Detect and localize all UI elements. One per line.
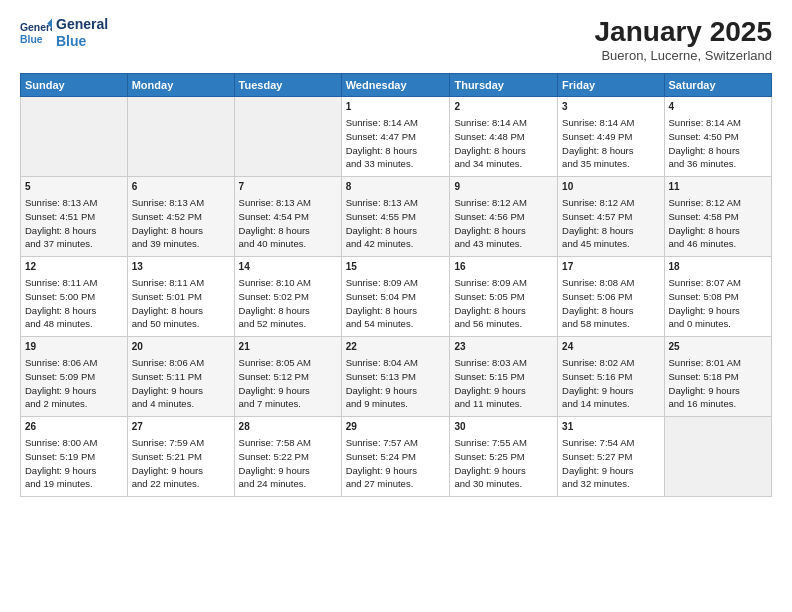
day-number: 5 bbox=[25, 180, 123, 194]
calendar-cell: 16Sunrise: 8:09 AMSunset: 5:05 PMDayligh… bbox=[450, 257, 558, 337]
calendar-week-row: 19Sunrise: 8:06 AMSunset: 5:09 PMDayligh… bbox=[21, 337, 772, 417]
day-info: Sunrise: 7:54 AMSunset: 5:27 PMDaylight:… bbox=[562, 436, 659, 491]
calendar-week-row: 5Sunrise: 8:13 AMSunset: 4:51 PMDaylight… bbox=[21, 177, 772, 257]
calendar-cell: 17Sunrise: 8:08 AMSunset: 5:06 PMDayligh… bbox=[558, 257, 664, 337]
day-info: Sunrise: 8:12 AMSunset: 4:56 PMDaylight:… bbox=[454, 196, 553, 251]
calendar-header-row: SundayMondayTuesdayWednesdayThursdayFrid… bbox=[21, 74, 772, 97]
day-number: 14 bbox=[239, 260, 337, 274]
day-number: 24 bbox=[562, 340, 659, 354]
day-info: Sunrise: 8:12 AMSunset: 4:58 PMDaylight:… bbox=[669, 196, 767, 251]
day-number: 30 bbox=[454, 420, 553, 434]
day-info: Sunrise: 8:07 AMSunset: 5:08 PMDaylight:… bbox=[669, 276, 767, 331]
day-number: 21 bbox=[239, 340, 337, 354]
day-number: 1 bbox=[346, 100, 446, 114]
day-info: Sunrise: 8:09 AMSunset: 5:05 PMDaylight:… bbox=[454, 276, 553, 331]
day-number: 23 bbox=[454, 340, 553, 354]
calendar-cell: 6Sunrise: 8:13 AMSunset: 4:52 PMDaylight… bbox=[127, 177, 234, 257]
calendar-cell: 13Sunrise: 8:11 AMSunset: 5:01 PMDayligh… bbox=[127, 257, 234, 337]
day-info: Sunrise: 8:14 AMSunset: 4:48 PMDaylight:… bbox=[454, 116, 553, 171]
day-number: 10 bbox=[562, 180, 659, 194]
day-number: 29 bbox=[346, 420, 446, 434]
calendar-cell: 26Sunrise: 8:00 AMSunset: 5:19 PMDayligh… bbox=[21, 417, 128, 497]
day-number: 22 bbox=[346, 340, 446, 354]
day-info: Sunrise: 8:05 AMSunset: 5:12 PMDaylight:… bbox=[239, 356, 337, 411]
day-info: Sunrise: 8:12 AMSunset: 4:57 PMDaylight:… bbox=[562, 196, 659, 251]
calendar-cell: 22Sunrise: 8:04 AMSunset: 5:13 PMDayligh… bbox=[341, 337, 450, 417]
svg-text:Blue: Blue bbox=[20, 33, 43, 44]
calendar-cell: 1Sunrise: 8:14 AMSunset: 4:47 PMDaylight… bbox=[341, 97, 450, 177]
weekday-header: Thursday bbox=[450, 74, 558, 97]
calendar: SundayMondayTuesdayWednesdayThursdayFrid… bbox=[20, 73, 772, 497]
svg-text:General: General bbox=[20, 22, 52, 33]
day-number: 2 bbox=[454, 100, 553, 114]
day-number: 13 bbox=[132, 260, 230, 274]
day-info: Sunrise: 8:06 AMSunset: 5:11 PMDaylight:… bbox=[132, 356, 230, 411]
day-info: Sunrise: 7:59 AMSunset: 5:21 PMDaylight:… bbox=[132, 436, 230, 491]
calendar-cell: 5Sunrise: 8:13 AMSunset: 4:51 PMDaylight… bbox=[21, 177, 128, 257]
day-number: 3 bbox=[562, 100, 659, 114]
day-number: 15 bbox=[346, 260, 446, 274]
day-info: Sunrise: 8:06 AMSunset: 5:09 PMDaylight:… bbox=[25, 356, 123, 411]
day-info: Sunrise: 8:03 AMSunset: 5:15 PMDaylight:… bbox=[454, 356, 553, 411]
calendar-week-row: 12Sunrise: 8:11 AMSunset: 5:00 PMDayligh… bbox=[21, 257, 772, 337]
calendar-cell: 12Sunrise: 8:11 AMSunset: 5:00 PMDayligh… bbox=[21, 257, 128, 337]
calendar-cell: 4Sunrise: 8:14 AMSunset: 4:50 PMDaylight… bbox=[664, 97, 771, 177]
calendar-cell: 14Sunrise: 8:10 AMSunset: 5:02 PMDayligh… bbox=[234, 257, 341, 337]
calendar-cell bbox=[127, 97, 234, 177]
day-info: Sunrise: 7:58 AMSunset: 5:22 PMDaylight:… bbox=[239, 436, 337, 491]
day-number: 4 bbox=[669, 100, 767, 114]
calendar-cell: 30Sunrise: 7:55 AMSunset: 5:25 PMDayligh… bbox=[450, 417, 558, 497]
day-info: Sunrise: 8:02 AMSunset: 5:16 PMDaylight:… bbox=[562, 356, 659, 411]
calendar-cell: 9Sunrise: 8:12 AMSunset: 4:56 PMDaylight… bbox=[450, 177, 558, 257]
day-info: Sunrise: 8:09 AMSunset: 5:04 PMDaylight:… bbox=[346, 276, 446, 331]
day-info: Sunrise: 8:01 AMSunset: 5:18 PMDaylight:… bbox=[669, 356, 767, 411]
calendar-cell: 25Sunrise: 8:01 AMSunset: 5:18 PMDayligh… bbox=[664, 337, 771, 417]
calendar-cell: 24Sunrise: 8:02 AMSunset: 5:16 PMDayligh… bbox=[558, 337, 664, 417]
month-title: January 2025 bbox=[595, 16, 772, 48]
day-number: 7 bbox=[239, 180, 337, 194]
day-number: 9 bbox=[454, 180, 553, 194]
weekday-header: Tuesday bbox=[234, 74, 341, 97]
logo: General Blue General Blue bbox=[20, 16, 108, 50]
calendar-cell: 10Sunrise: 8:12 AMSunset: 4:57 PMDayligh… bbox=[558, 177, 664, 257]
calendar-cell: 31Sunrise: 7:54 AMSunset: 5:27 PMDayligh… bbox=[558, 417, 664, 497]
page: General Blue General Blue January 2025 B… bbox=[0, 0, 792, 612]
calendar-cell: 27Sunrise: 7:59 AMSunset: 5:21 PMDayligh… bbox=[127, 417, 234, 497]
day-number: 6 bbox=[132, 180, 230, 194]
day-info: Sunrise: 8:13 AMSunset: 4:55 PMDaylight:… bbox=[346, 196, 446, 251]
day-number: 16 bbox=[454, 260, 553, 274]
logo-icon: General Blue bbox=[20, 17, 52, 49]
calendar-cell: 21Sunrise: 8:05 AMSunset: 5:12 PMDayligh… bbox=[234, 337, 341, 417]
day-info: Sunrise: 8:13 AMSunset: 4:52 PMDaylight:… bbox=[132, 196, 230, 251]
day-number: 17 bbox=[562, 260, 659, 274]
day-number: 27 bbox=[132, 420, 230, 434]
day-info: Sunrise: 8:14 AMSunset: 4:47 PMDaylight:… bbox=[346, 116, 446, 171]
day-number: 28 bbox=[239, 420, 337, 434]
day-number: 19 bbox=[25, 340, 123, 354]
day-info: Sunrise: 8:11 AMSunset: 5:01 PMDaylight:… bbox=[132, 276, 230, 331]
calendar-cell bbox=[664, 417, 771, 497]
weekday-header: Friday bbox=[558, 74, 664, 97]
calendar-week-row: 1Sunrise: 8:14 AMSunset: 4:47 PMDaylight… bbox=[21, 97, 772, 177]
day-info: Sunrise: 8:13 AMSunset: 4:54 PMDaylight:… bbox=[239, 196, 337, 251]
day-info: Sunrise: 7:55 AMSunset: 5:25 PMDaylight:… bbox=[454, 436, 553, 491]
logo-blue: Blue bbox=[56, 33, 108, 50]
day-number: 31 bbox=[562, 420, 659, 434]
day-number: 25 bbox=[669, 340, 767, 354]
day-info: Sunrise: 8:00 AMSunset: 5:19 PMDaylight:… bbox=[25, 436, 123, 491]
day-number: 18 bbox=[669, 260, 767, 274]
day-info: Sunrise: 8:08 AMSunset: 5:06 PMDaylight:… bbox=[562, 276, 659, 331]
title-block: January 2025 Bueron, Lucerne, Switzerlan… bbox=[595, 16, 772, 63]
calendar-week-row: 26Sunrise: 8:00 AMSunset: 5:19 PMDayligh… bbox=[21, 417, 772, 497]
day-info: Sunrise: 8:11 AMSunset: 5:00 PMDaylight:… bbox=[25, 276, 123, 331]
header: General Blue General Blue January 2025 B… bbox=[20, 16, 772, 63]
day-info: Sunrise: 8:13 AMSunset: 4:51 PMDaylight:… bbox=[25, 196, 123, 251]
location: Bueron, Lucerne, Switzerland bbox=[595, 48, 772, 63]
calendar-cell: 8Sunrise: 8:13 AMSunset: 4:55 PMDaylight… bbox=[341, 177, 450, 257]
calendar-cell: 2Sunrise: 8:14 AMSunset: 4:48 PMDaylight… bbox=[450, 97, 558, 177]
calendar-cell: 29Sunrise: 7:57 AMSunset: 5:24 PMDayligh… bbox=[341, 417, 450, 497]
calendar-cell bbox=[234, 97, 341, 177]
day-info: Sunrise: 8:14 AMSunset: 4:50 PMDaylight:… bbox=[669, 116, 767, 171]
day-number: 11 bbox=[669, 180, 767, 194]
day-info: Sunrise: 7:57 AMSunset: 5:24 PMDaylight:… bbox=[346, 436, 446, 491]
